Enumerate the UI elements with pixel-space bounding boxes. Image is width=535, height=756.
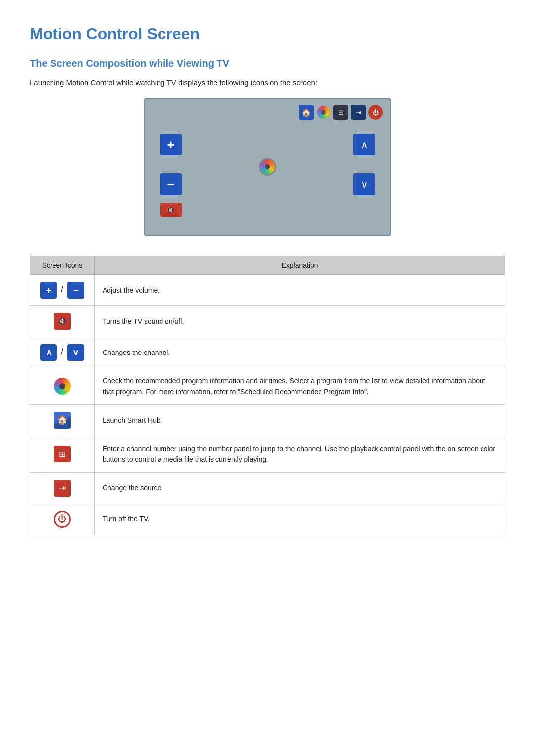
table-explanation-volume: Adjust the volume. [95,275,505,306]
table-row: + / − Adjust the volume. [30,275,505,306]
table-row: 🏠 Launch Smart Hub. [30,404,505,436]
volume-minus-icon: − [67,282,84,299]
table-icon-cell-channel: ∧ / ∨ [30,337,95,368]
table-header-icons: Screen Icons [30,256,95,275]
table-explanation-channel: Changes the channel. [95,337,505,368]
table-row: 🔇 Turns the TV sound on/off. [30,306,505,337]
table-icon-cell-source: ⇥ [30,472,95,504]
table-row: ⊞ Enter a channel number using the numbe… [30,436,505,472]
volume-plus-icon: + [40,282,57,299]
table-explanation-keypad: Enter a channel number using the number … [95,436,505,472]
smarthub-icon: 🏠 [54,412,71,429]
tv-ch-down-btn: ∨ [353,173,375,195]
table-row: ⏻ Turn off the TV. [30,504,505,535]
page-title: Motion Control Screen [30,25,505,43]
intro-text: Launching Motion Control while watching … [30,78,505,87]
table-icon-cell-keypad: ⊞ [30,436,95,472]
tv-power-icon: ⏻ [368,105,383,120]
keypad-icon: ⊞ [54,446,71,462]
table-icon-cell-volume: + / − [30,275,95,306]
table-row: Check the recommended program informatio… [30,368,505,405]
tv-source-icon: ⇥ [351,105,366,120]
section-title: The Screen Composition while Viewing TV [30,58,505,69]
tv-minus-btn: − [160,173,182,195]
table-icon-cell-mute: 🔇 [30,306,95,337]
tv-recommended-icon [316,105,331,120]
tv-screen-mockup: 🏠 ⊞ ⇥ ⏻ + − 🔇 ∧ ∨ [144,98,391,236]
table-icon-cell-smarthub: 🏠 [30,404,95,436]
table-explanation-smarthub: Launch Smart Hub. [95,404,505,436]
tv-plus-btn: + [160,134,182,155]
table-row: ∧ / ∨ Changes the channel. [30,337,505,368]
channel-down-icon: ∨ [67,344,84,361]
tv-ch-up-btn: ∧ [353,134,375,155]
tv-cursor [259,158,276,176]
table-explanation-power: Turn off the TV. [95,504,505,535]
tv-mute-btn: 🔇 [160,203,182,217]
table-explanation-mute: Turns the TV sound on/off. [95,306,505,337]
mute-icon: 🔇 [54,313,71,330]
icon-separator: / [61,347,63,356]
table-explanation-recommended: Check the recommended program informatio… [95,368,505,405]
icon-separator: / [61,284,63,294]
table-header-explanation: Explanation [95,256,505,275]
table-icon-cell-recommended [30,368,95,405]
tv-top-icons: 🏠 ⊞ ⇥ ⏻ [299,105,383,120]
table-row: ⇥ Change the source. [30,472,505,504]
table-explanation-source: Change the source. [95,472,505,504]
recommended-icon [54,378,71,395]
source-icon: ⇥ [54,480,71,497]
icons-table: Screen Icons Explanation + / − Adjust th… [30,256,505,535]
table-icon-cell-power: ⏻ [30,504,95,535]
tv-keypad-icon: ⊞ [333,105,348,120]
power-icon: ⏻ [54,511,71,528]
tv-smarthub-icon: 🏠 [299,105,314,120]
channel-up-icon: ∧ [40,344,57,361]
